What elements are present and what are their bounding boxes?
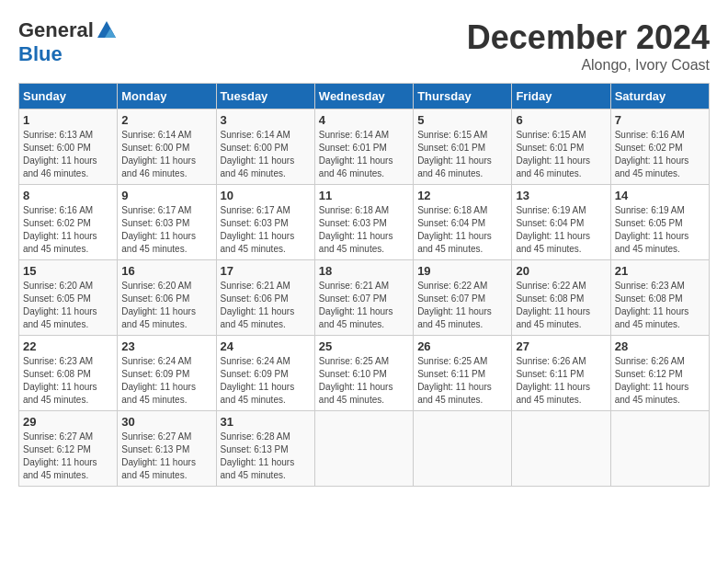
day-info: Sunrise: 6:23 AM Sunset: 6:08 PM Dayligh… [615, 280, 705, 331]
calendar-week-row: 15Sunrise: 6:20 AM Sunset: 6:05 PM Dayli… [19, 260, 710, 336]
calendar-cell: 15Sunrise: 6:20 AM Sunset: 6:05 PM Dayli… [19, 260, 118, 336]
day-info: Sunrise: 6:16 AM Sunset: 6:02 PM Dayligh… [615, 129, 705, 180]
day-info: Sunrise: 6:16 AM Sunset: 6:02 PM Dayligh… [23, 204, 113, 256]
day-info: Sunrise: 6:17 AM Sunset: 6:03 PM Dayligh… [121, 204, 211, 256]
logo-general: General [18, 18, 94, 42]
day-number: 17 [221, 264, 311, 278]
day-number: 29 [23, 415, 113, 429]
day-info: Sunrise: 6:19 AM Sunset: 6:04 PM Dayligh… [516, 204, 606, 256]
calendar-cell: 24Sunrise: 6:24 AM Sunset: 6:09 PM Dayli… [216, 336, 314, 411]
day-number: 11 [319, 189, 409, 202]
header-day-thursday: Thursday [414, 84, 512, 109]
day-info: Sunrise: 6:14 AM Sunset: 6:01 PM Dayligh… [319, 129, 409, 180]
calendar-cell: 1Sunrise: 6:13 AM Sunset: 6:00 PM Daylig… [19, 109, 118, 185]
calendar-week-row: 22Sunrise: 6:23 AM Sunset: 6:08 PM Dayli… [19, 336, 710, 411]
day-number: 23 [121, 339, 211, 353]
calendar-cell: 4Sunrise: 6:14 AM Sunset: 6:01 PM Daylig… [314, 109, 413, 185]
day-info: Sunrise: 6:15 AM Sunset: 6:01 PM Dayligh… [516, 129, 606, 180]
day-info: Sunrise: 6:20 AM Sunset: 6:05 PM Dayligh… [23, 280, 113, 331]
logo: General Blue [18, 18, 118, 66]
day-number: 12 [417, 189, 507, 202]
day-number: 9 [121, 189, 211, 202]
day-info: Sunrise: 6:23 AM Sunset: 6:08 PM Dayligh… [23, 355, 113, 407]
page-header: General Blue December 2024 Alongo, Ivory… [18, 18, 710, 74]
header-row: SundayMondayTuesdayWednesdayThursdayFrid… [19, 84, 710, 109]
day-number: 3 [221, 113, 311, 127]
day-info: Sunrise: 6:21 AM Sunset: 6:06 PM Dayligh… [221, 280, 311, 331]
calendar-cell: 10Sunrise: 6:17 AM Sunset: 6:03 PM Dayli… [216, 185, 314, 260]
day-info: Sunrise: 6:22 AM Sunset: 6:08 PM Dayligh… [516, 280, 606, 331]
calendar-week-row: 1Sunrise: 6:13 AM Sunset: 6:00 PM Daylig… [19, 109, 710, 185]
day-info: Sunrise: 6:24 AM Sunset: 6:09 PM Dayligh… [121, 355, 211, 407]
calendar-cell: 6Sunrise: 6:15 AM Sunset: 6:01 PM Daylig… [512, 109, 610, 185]
header-day-tuesday: Tuesday [216, 84, 314, 109]
day-number: 6 [516, 113, 606, 127]
calendar-cell: 5Sunrise: 6:15 AM Sunset: 6:01 PM Daylig… [414, 109, 512, 185]
title-block: December 2024 Alongo, Ivory Coast [467, 18, 710, 74]
day-number: 25 [319, 339, 409, 353]
day-info: Sunrise: 6:22 AM Sunset: 6:07 PM Dayligh… [417, 280, 507, 331]
calendar-cell: 13Sunrise: 6:19 AM Sunset: 6:04 PM Dayli… [512, 185, 610, 260]
day-info: Sunrise: 6:27 AM Sunset: 6:13 PM Dayligh… [121, 431, 211, 482]
day-number: 21 [615, 264, 705, 278]
calendar-cell: 2Sunrise: 6:14 AM Sunset: 6:00 PM Daylig… [118, 109, 216, 185]
calendar-cell: 3Sunrise: 6:14 AM Sunset: 6:00 PM Daylig… [216, 109, 314, 185]
day-info: Sunrise: 6:27 AM Sunset: 6:12 PM Dayligh… [23, 431, 113, 482]
day-info: Sunrise: 6:18 AM Sunset: 6:04 PM Dayligh… [417, 204, 507, 256]
day-number: 15 [23, 264, 113, 278]
day-info: Sunrise: 6:26 AM Sunset: 6:12 PM Dayligh… [615, 355, 705, 407]
calendar-cell: 21Sunrise: 6:23 AM Sunset: 6:08 PM Dayli… [610, 260, 709, 336]
day-info: Sunrise: 6:25 AM Sunset: 6:11 PM Dayligh… [417, 355, 507, 407]
calendar-cell: 23Sunrise: 6:24 AM Sunset: 6:09 PM Dayli… [118, 336, 216, 411]
header-day-friday: Friday [512, 84, 610, 109]
day-number: 19 [417, 264, 507, 278]
day-info: Sunrise: 6:19 AM Sunset: 6:05 PM Dayligh… [615, 204, 705, 256]
calendar-cell: 14Sunrise: 6:19 AM Sunset: 6:05 PM Dayli… [610, 185, 709, 260]
header-day-sunday: Sunday [19, 84, 118, 109]
day-number: 24 [221, 339, 311, 353]
day-number: 8 [23, 189, 113, 202]
calendar-table: SundayMondayTuesdayWednesdayThursdayFrid… [18, 83, 710, 487]
month-title: December 2024 [467, 18, 710, 57]
day-info: Sunrise: 6:15 AM Sunset: 6:01 PM Dayligh… [417, 129, 507, 180]
day-number: 27 [516, 339, 606, 353]
calendar-cell: 11Sunrise: 6:18 AM Sunset: 6:03 PM Dayli… [314, 185, 413, 260]
header-day-wednesday: Wednesday [314, 84, 413, 109]
calendar-cell: 27Sunrise: 6:26 AM Sunset: 6:11 PM Dayli… [512, 336, 610, 411]
header-day-saturday: Saturday [610, 84, 709, 109]
calendar-cell [610, 411, 709, 487]
day-number: 22 [23, 339, 113, 353]
day-info: Sunrise: 6:18 AM Sunset: 6:03 PM Dayligh… [319, 204, 409, 256]
logo-blue: Blue [18, 42, 63, 66]
calendar-week-row: 29Sunrise: 6:27 AM Sunset: 6:12 PM Dayli… [19, 411, 710, 487]
day-number: 14 [615, 189, 705, 202]
calendar-cell: 8Sunrise: 6:16 AM Sunset: 6:02 PM Daylig… [19, 185, 118, 260]
calendar-cell [314, 411, 413, 487]
day-info: Sunrise: 6:13 AM Sunset: 6:00 PM Dayligh… [23, 129, 113, 180]
day-info: Sunrise: 6:26 AM Sunset: 6:11 PM Dayligh… [516, 355, 606, 407]
day-number: 2 [121, 113, 211, 127]
day-number: 31 [221, 415, 311, 429]
calendar-cell: 22Sunrise: 6:23 AM Sunset: 6:08 PM Dayli… [19, 336, 118, 411]
day-number: 30 [121, 415, 211, 429]
calendar-cell: 20Sunrise: 6:22 AM Sunset: 6:08 PM Dayli… [512, 260, 610, 336]
day-number: 28 [615, 339, 705, 353]
calendar-cell: 19Sunrise: 6:22 AM Sunset: 6:07 PM Dayli… [414, 260, 512, 336]
day-number: 5 [417, 113, 507, 127]
day-info: Sunrise: 6:14 AM Sunset: 6:00 PM Dayligh… [121, 129, 211, 180]
day-number: 20 [516, 264, 606, 278]
day-info: Sunrise: 6:20 AM Sunset: 6:06 PM Dayligh… [121, 280, 211, 331]
day-info: Sunrise: 6:14 AM Sunset: 6:00 PM Dayligh… [221, 129, 311, 180]
calendar-cell: 16Sunrise: 6:20 AM Sunset: 6:06 PM Dayli… [118, 260, 216, 336]
day-number: 1 [23, 113, 113, 127]
day-number: 16 [121, 264, 211, 278]
calendar-cell: 29Sunrise: 6:27 AM Sunset: 6:12 PM Dayli… [19, 411, 118, 487]
calendar-cell [512, 411, 610, 487]
calendar-cell: 31Sunrise: 6:28 AM Sunset: 6:13 PM Dayli… [216, 411, 314, 487]
calendar-body: 1Sunrise: 6:13 AM Sunset: 6:00 PM Daylig… [19, 109, 710, 487]
calendar-cell: 17Sunrise: 6:21 AM Sunset: 6:06 PM Dayli… [216, 260, 314, 336]
day-info: Sunrise: 6:24 AM Sunset: 6:09 PM Dayligh… [221, 355, 311, 407]
day-info: Sunrise: 6:21 AM Sunset: 6:07 PM Dayligh… [319, 280, 409, 331]
calendar-week-row: 8Sunrise: 6:16 AM Sunset: 6:02 PM Daylig… [19, 185, 710, 260]
day-number: 7 [615, 113, 705, 127]
